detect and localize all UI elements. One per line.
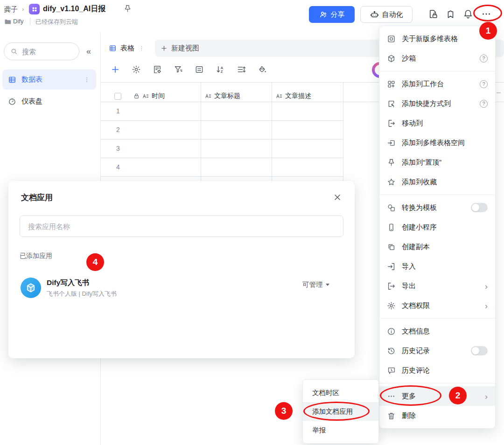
bitable-doc-icon: [29, 4, 40, 14]
pin-icon: [387, 158, 396, 167]
caret-down-icon: [326, 284, 329, 286]
move-icon: [387, 119, 396, 128]
row-number[interactable]: 2: [113, 126, 123, 133]
menu-item-sandbox[interactable]: 沙箱: [379, 49, 495, 68]
menu-item-history-comments[interactable]: 历史评论: [379, 361, 495, 380]
pin-icon[interactable]: [123, 4, 132, 13]
help-icon[interactable]: [480, 80, 488, 88]
breadcrumb-parent[interactable]: 龚子: [4, 5, 18, 14]
group-icon[interactable]: [195, 65, 204, 74]
notification-bell-icon[interactable]: [462, 8, 474, 20]
added-apps-label: 已添加应用: [20, 252, 52, 260]
filter-icon[interactable]: [174, 65, 183, 74]
history-toggle[interactable]: [471, 346, 488, 355]
annotation-circle-more-item: [380, 385, 441, 406]
import-icon: [387, 262, 396, 271]
sidebar-collapse-icon[interactable]: «: [82, 45, 95, 57]
column-header-title[interactable]: 文章标题: [214, 92, 240, 100]
robot-icon: [370, 10, 379, 19]
submenu-item-report[interactable]: 举报: [303, 421, 378, 439]
column-header-desc[interactable]: 文章描述: [285, 92, 311, 100]
sidebar-search[interactable]: [4, 42, 79, 60]
grid-line: [100, 139, 343, 139]
select-all-checkbox[interactable]: [114, 93, 121, 100]
breadcrumb-separator-icon: ›: [22, 6, 24, 13]
submenu-item-doc-timezone[interactable]: 文档时区: [303, 383, 378, 402]
tab-grid-view[interactable]: 表格: [109, 40, 145, 57]
automation-button[interactable]: 自动化: [360, 6, 413, 23]
menu-separator: [379, 71, 495, 71]
grid-line: [100, 176, 343, 177]
share-button[interactable]: 分享: [309, 6, 355, 23]
lock-icon: [133, 92, 140, 99]
app-search-input[interactable]: [28, 222, 335, 230]
menu-item-add-to-pinned[interactable]: 添加到“置顶”: [379, 153, 495, 172]
menu-item-about[interactable]: 关于新版多维表格: [379, 29, 495, 49]
export-icon: [387, 282, 396, 291]
menu-item-delete[interactable]: 删除: [379, 406, 495, 425]
folder-icon: [4, 18, 12, 26]
sandbox-icon: [387, 54, 396, 63]
new-view-button[interactable]: 新建视图: [161, 40, 199, 57]
menu-item-doc-info[interactable]: 文档信息: [379, 321, 495, 341]
doc-apps-modal: 文档应用 已添加应用 Dify写入飞书 飞书个人版 | Dify写入飞书 可管理: [8, 181, 355, 358]
copy-icon: [387, 243, 396, 251]
item-more-icon[interactable]: [83, 76, 91, 83]
app-name[interactable]: Dify写入飞书: [47, 278, 89, 288]
app-permission-dropdown[interactable]: 可管理: [302, 280, 329, 289]
row-height-icon[interactable]: [237, 65, 246, 74]
about-icon: [387, 35, 396, 43]
grid-line: [272, 82, 272, 181]
row-number[interactable]: 4: [113, 163, 123, 171]
widget-puzzle-icon[interactable]: [444, 8, 456, 20]
new-view-label: 新建视图: [171, 44, 199, 53]
template-toggle[interactable]: [471, 203, 488, 212]
annotation-step-1: 1: [479, 22, 497, 40]
menu-item-doc-permission[interactable]: 文档权限: [379, 296, 495, 315]
form-settings-icon[interactable]: [153, 65, 162, 74]
field-type-icon: [275, 92, 283, 100]
grid-line: [201, 82, 201, 181]
sort-icon[interactable]: [216, 65, 225, 74]
menu-item-add-shortcut[interactable]: 添加快捷方式到: [379, 94, 495, 113]
dashboard-icon: [8, 97, 16, 106]
plus-icon: [161, 45, 168, 52]
close-icon[interactable]: [331, 191, 343, 203]
menu-item-history[interactable]: 历史记录: [379, 341, 495, 361]
menu-item-move-to[interactable]: 移动到: [379, 113, 495, 133]
help-icon[interactable]: [480, 55, 488, 63]
comment-icon: [387, 366, 396, 375]
menu-item-export[interactable]: 导出: [379, 276, 495, 296]
row-number[interactable]: 3: [113, 145, 123, 152]
sidebar-item-dashboard[interactable]: 仪表盘: [2, 91, 96, 111]
workbench-icon: [387, 80, 396, 89]
sidebar-item-datatable[interactable]: 数据表: [2, 70, 96, 90]
menu-item-add-to-workbench[interactable]: 添加到工作台: [379, 74, 495, 94]
view-settings-icon[interactable]: [132, 65, 141, 74]
menu-item-convert-template[interactable]: 转换为模板: [379, 198, 495, 217]
trash-icon: [387, 411, 396, 420]
row-number[interactable]: 1: [113, 107, 123, 115]
menu-item-add-to-favorites[interactable]: 添加到收藏: [379, 172, 495, 192]
help-icon[interactable]: [480, 100, 488, 108]
menu-item-import[interactable]: 导入: [379, 257, 495, 276]
menu-item-create-miniapp[interactable]: 创建小程序: [379, 217, 495, 237]
column-header-time[interactable]: 时间: [152, 92, 165, 100]
menu-item-add-to-space[interactable]: 添加到多维表格空间: [379, 133, 495, 153]
annotation-step-4: 4: [86, 253, 104, 271]
cube-icon: [25, 282, 36, 293]
folder-name[interactable]: Dify: [13, 18, 23, 25]
grid-view-icon: [109, 44, 117, 52]
doc-permission-icon[interactable]: [427, 8, 439, 20]
fill-color-icon[interactable]: [258, 65, 267, 74]
table-toolbar: [111, 57, 267, 82]
app-search-box[interactable]: [20, 216, 343, 237]
menu-item-duplicate[interactable]: 创建副本: [379, 237, 495, 257]
doc-title[interactable]: dify_v1.10_AI日报: [43, 4, 105, 14]
hidden-column-dash: [497, 92, 501, 93]
menu-separator: [379, 195, 495, 195]
miniapp-icon: [387, 223, 396, 232]
add-record-button[interactable]: [111, 65, 120, 74]
tab-more-icon[interactable]: [138, 45, 145, 52]
search-input[interactable]: [22, 48, 69, 56]
